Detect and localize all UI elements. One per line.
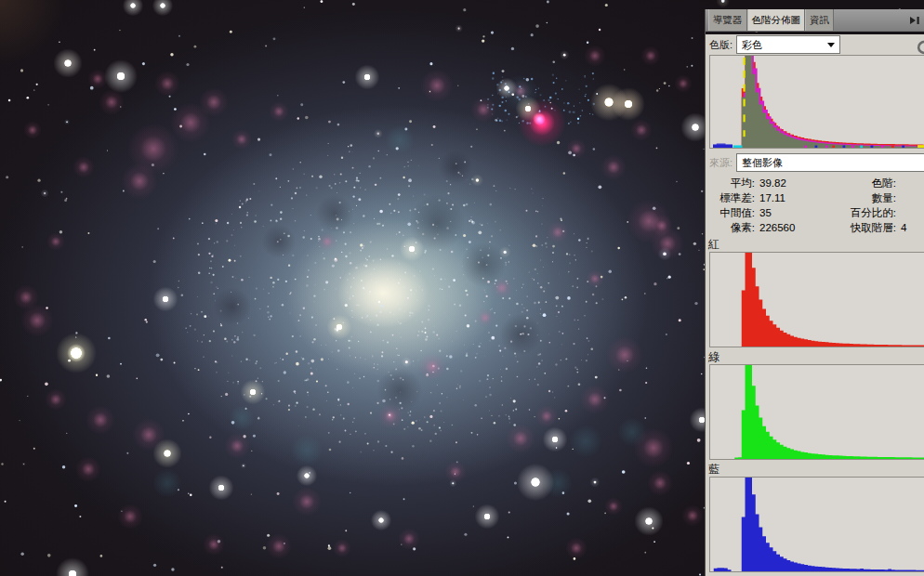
blue-histogram bbox=[709, 477, 924, 572]
source-select[interactable]: 整個影像 bbox=[736, 153, 924, 172]
stddev-value: 17.11 bbox=[759, 190, 815, 205]
cache-value: 4 bbox=[901, 220, 924, 235]
median-label: 中間值: bbox=[706, 205, 759, 220]
red-section-label: 紅 bbox=[708, 238, 924, 251]
count-value bbox=[901, 190, 924, 205]
pixels-label: 像素: bbox=[706, 220, 759, 235]
red-histogram bbox=[709, 252, 924, 347]
tab-navigator[interactable]: 導覽器 bbox=[708, 9, 747, 31]
histogram-panel: 導覽器 色階分佈圖 資訊 色版: 彩色 來源: 整個影像 平均: bbox=[705, 9, 924, 576]
channel-label: 色版: bbox=[709, 38, 733, 52]
mean-value: 39.82 bbox=[759, 176, 815, 190]
stddev-label: 標準差: bbox=[706, 190, 759, 205]
tab-histogram[interactable]: 色階分佈圖 bbox=[747, 9, 806, 31]
tab-info[interactable]: 資訊 bbox=[805, 9, 834, 31]
histogram-panel-content: 色版: 彩色 來源: 整個影像 平均: 39.82 色階: 標準差: 17.11… bbox=[706, 34, 924, 576]
source-row: 來源: 整個影像 bbox=[709, 153, 924, 172]
pixels-value: 226560 bbox=[759, 220, 815, 235]
percentile-value bbox=[901, 205, 924, 220]
color-histogram bbox=[709, 55, 924, 149]
level-label: 色階: bbox=[815, 176, 901, 190]
mean-label: 平均: bbox=[706, 176, 759, 190]
blue-section-label: 藍 bbox=[708, 463, 924, 476]
percentile-label: 百分比的: bbox=[815, 205, 901, 220]
statistics: 平均: 39.82 色階: 標準差: 17.11 數量: 中間值: 35 百分比… bbox=[706, 176, 924, 235]
cache-label: 快取階層: bbox=[815, 220, 901, 235]
level-value bbox=[901, 176, 924, 190]
chevron-down-icon bbox=[827, 43, 835, 47]
median-value: 35 bbox=[759, 205, 815, 220]
refresh-icon[interactable] bbox=[914, 38, 924, 57]
count-label: 數量: bbox=[815, 190, 901, 205]
green-histogram bbox=[709, 364, 924, 460]
source-value: 整個影像 bbox=[742, 156, 783, 170]
channel-value: 彩色 bbox=[742, 38, 762, 52]
panel-collapse-icon[interactable] bbox=[909, 16, 921, 25]
green-section-label: 綠 bbox=[708, 350, 924, 363]
panel-tab-bar: 導覽器 色階分佈圖 資訊 bbox=[706, 9, 924, 32]
source-label: 來源: bbox=[709, 156, 733, 170]
channel-select[interactable]: 彩色 bbox=[736, 35, 840, 54]
channel-row: 色版: 彩色 bbox=[709, 34, 924, 55]
